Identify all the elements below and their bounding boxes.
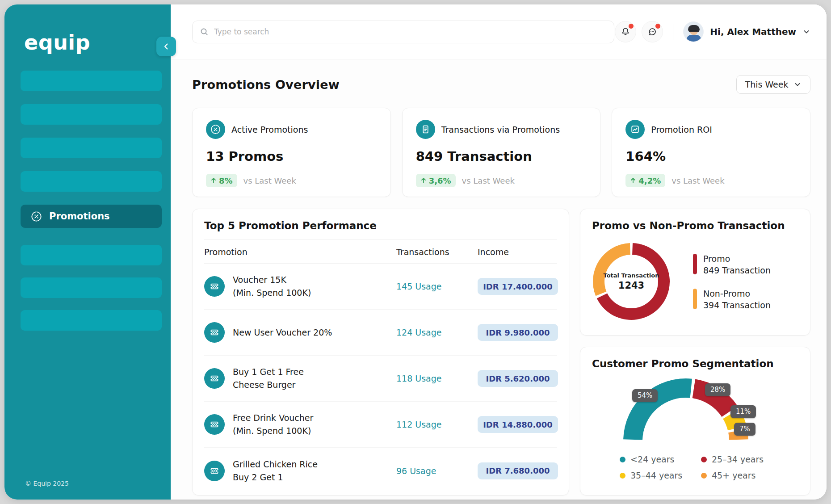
page-title: Promotions Overview: [192, 78, 340, 92]
search-box: [192, 21, 614, 43]
table-row: Voucher 15K (Min. Spend 100K) 145 Usage …: [204, 264, 557, 310]
stat-label: Promotion ROI: [651, 125, 712, 134]
sidebar-item-placeholder-2[interactable]: [21, 104, 162, 125]
app-logo: equip: [24, 30, 90, 55]
user-menu[interactable]: Hi, Alex Matthew: [683, 21, 810, 42]
gauge-label-25-34: 28%: [705, 383, 730, 396]
gauge-legend: <24 years 25–34 years 35–44 years: [620, 454, 782, 480]
panel-title: Top 5 Promotion Performance: [204, 220, 557, 231]
arrow-up-icon: [630, 177, 636, 184]
sidebar-item-promotions[interactable]: Promotions: [21, 205, 162, 228]
promotion-name: New User Voucher 20%: [233, 326, 332, 339]
search-input[interactable]: [214, 27, 607, 36]
promotion-name: Voucher 15K (Min. Spend 100K): [233, 273, 311, 299]
legend-item-promo: Promo 849 Transaction: [693, 254, 771, 275]
table-row: New User Voucher 20% 124 Usage IDR 9.980…: [204, 310, 557, 356]
promotion-performance-panel: Top 5 Promotion Performance Promotion Tr…: [192, 209, 569, 496]
promotion-name: Buy 1 Get 1 Free Cheese Burger: [233, 365, 304, 391]
table-row: Free Drink Voucher (Min. Spend 100K) 112…: [204, 402, 557, 448]
app-window: equip Promotions © Equip 2025: [4, 4, 827, 500]
panel-title: Promo vs Non-Promo Transaction: [592, 220, 798, 231]
notification-dot: [629, 24, 634, 29]
promo-vs-nonpromo-panel: Promo vs Non-Promo Transaction Total Tra…: [580, 209, 810, 336]
promotion-name: Free Drink Voucher (Min. Spend 100K): [233, 412, 313, 437]
column-header-transactions: Transactions: [396, 247, 478, 257]
delta-badge: 8%: [206, 174, 237, 187]
period-filter-dropdown[interactable]: This Week: [736, 75, 810, 94]
roi-chart-icon: [625, 120, 645, 139]
legend-item: <24 years: [620, 454, 701, 464]
legend-dot: [701, 457, 707, 462]
table-row: Buy 1 Get 1 Free Cheese Burger 118 Usage…: [204, 356, 557, 402]
transactions-value: 118 Usage: [396, 374, 478, 383]
chart-segment--24-years: [623, 378, 692, 440]
stat-value: 164%: [625, 149, 797, 164]
notifications-button[interactable]: [615, 21, 636, 42]
transactions-value: 96 Usage: [396, 466, 478, 476]
avatar: [683, 21, 704, 42]
messages-button[interactable]: [642, 21, 663, 42]
legend-item: 45+ years: [701, 470, 782, 480]
divider: [673, 24, 674, 40]
sidebar-collapse-button[interactable]: [156, 37, 176, 56]
voucher-ticket-icon: [204, 461, 225, 481]
transactions-value: 145 Usage: [396, 281, 478, 291]
delta-suffix: vs Last Week: [462, 176, 515, 185]
stat-card-active-promotions: Active Promotions 13 Promos 8% vs Last W…: [192, 108, 391, 197]
copyright-text: © Equip 2025: [25, 480, 69, 487]
legend-dot: [701, 473, 707, 479]
delta-badge: 4,2%: [625, 174, 665, 187]
content-area: Promotions Overview This Week: [171, 59, 827, 500]
sidebar-item-placeholder-3[interactable]: [21, 138, 162, 158]
delta-suffix: vs Last Week: [243, 176, 296, 185]
transactions-value: 112 Usage: [396, 420, 478, 429]
sidebar-item-label: Promotions: [49, 211, 110, 222]
receipt-icon: [416, 120, 435, 139]
legend-swatch: [693, 289, 697, 309]
stat-value: 13 Promos: [206, 149, 377, 164]
sidebar-item-placeholder-1[interactable]: [21, 71, 162, 91]
top-bar: Hi, Alex Matthew: [171, 4, 827, 59]
stat-label: Active Promotions: [231, 125, 308, 134]
voucher-ticket-icon: [204, 368, 225, 389]
column-header-promotion: Promotion: [204, 247, 396, 257]
sidebar: equip Promotions © Equip 2025: [4, 4, 171, 500]
promotion-name: Grilled Chicken Rice Buy 2 Get 1: [233, 458, 318, 484]
income-badge: IDR 14.880.000: [478, 416, 558, 433]
voucher-ticket-icon: [204, 322, 225, 343]
arrow-up-icon: [210, 177, 217, 184]
legend-item-nonpromo: Non-Promo 394 Transaction: [693, 289, 771, 310]
income-badge: IDR 7.680.000: [478, 462, 558, 479]
gauge-label-under24: 54%: [632, 389, 658, 402]
user-greeting: Hi, Alex Matthew: [710, 26, 796, 37]
chevron-down-icon: [793, 80, 802, 88]
voucher-ticket-icon: [204, 414, 225, 435]
legend-dot: [620, 457, 625, 462]
legend-dot: [620, 473, 625, 479]
sidebar-item-placeholder-5[interactable]: [21, 245, 162, 265]
arrow-up-icon: [420, 177, 427, 184]
sidebar-item-placeholder-7[interactable]: [21, 310, 162, 331]
legend-item: 25–34 years: [701, 454, 782, 464]
chevron-down-icon: [802, 28, 810, 36]
percent-badge-icon: [206, 120, 225, 139]
table-header: Promotion Transactions Income: [204, 240, 557, 264]
stat-card-transactions: Transactions via Promotions 849 Transact…: [402, 108, 601, 197]
sidebar-item-placeholder-6[interactable]: [21, 277, 162, 298]
legend-item: 35–44 years: [620, 470, 701, 480]
message-dot: [655, 24, 660, 29]
stat-value: 849 Transaction: [416, 149, 587, 164]
gauge-label-45plus: 7%: [734, 423, 755, 436]
voucher-ticket-icon: [204, 276, 225, 297]
search-icon: [200, 27, 209, 36]
percent-badge-icon: [30, 210, 42, 223]
legend-swatch: [693, 254, 697, 274]
arrow-left-icon: [162, 42, 171, 51]
stat-card-roi: Promotion ROI 164% 4,2% vs Last Week: [612, 108, 810, 197]
sidebar-item-placeholder-4[interactable]: [21, 171, 162, 192]
donut-center-text: Total Transaction 1243: [592, 242, 671, 321]
donut-legend: Promo 849 Transaction Non-Promo 394 Tran…: [693, 254, 771, 310]
customer-segmentation-panel: Customer Promo Segmentation 54% 28% 11% …: [580, 347, 810, 496]
table-row: Grilled Chicken Rice Buy 2 Get 1 96 Usag…: [204, 448, 557, 494]
delta-suffix: vs Last Week: [672, 176, 724, 185]
